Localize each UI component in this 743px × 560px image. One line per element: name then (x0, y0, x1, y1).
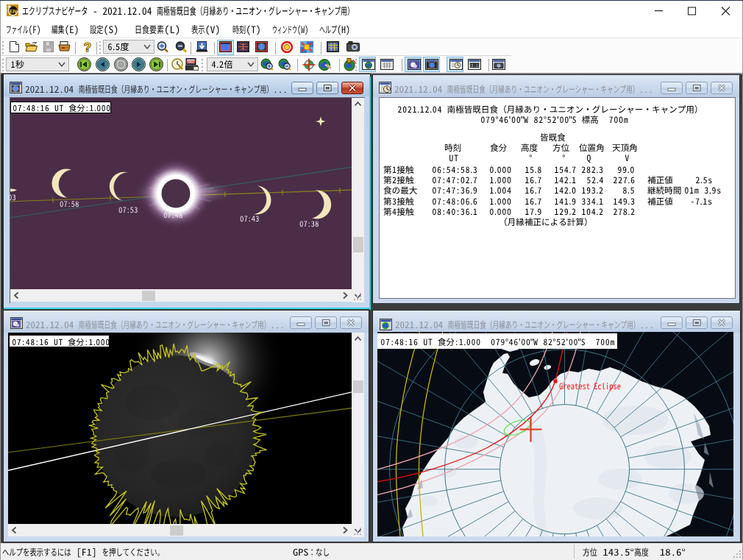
svg-text:?: ? (84, 41, 91, 52)
svg-text:NOW: NOW (186, 60, 196, 64)
svg-text:EN: EN (9, 8, 16, 15)
svg-text:13:11: 13:11 (469, 64, 480, 68)
